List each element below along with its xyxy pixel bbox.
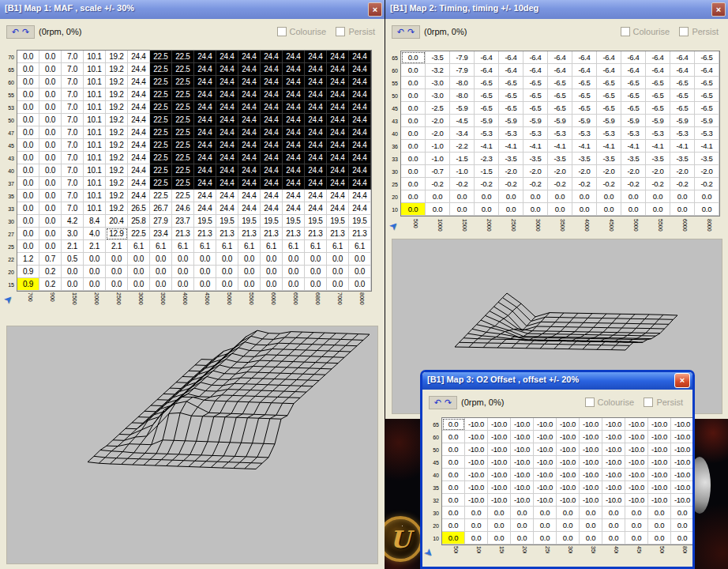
grid-cell[interactable]: 24.4 — [194, 76, 216, 89]
grid-cell[interactable]: 0.0 — [695, 203, 719, 216]
grid-cell[interactable]: 22.5 — [172, 164, 194, 177]
grid-cell[interactable]: -6.5 — [572, 102, 597, 115]
grid-cell[interactable]: 0.0 — [17, 215, 39, 228]
grid-cell[interactable]: 0.0 — [17, 228, 39, 240]
grid-cell[interactable]: 0.0 — [488, 519, 511, 532]
grid-cell[interactable]: 21.3 — [261, 228, 283, 240]
grid-cell[interactable]: 0.0 — [511, 519, 534, 532]
grid-cell[interactable]: -4.1 — [646, 140, 670, 153]
grid-cell[interactable]: 6.1 — [128, 240, 150, 253]
grid-cell[interactable]: -10.0 — [648, 456, 671, 469]
grid-cell[interactable]: 19.5 — [349, 215, 371, 228]
grid-cell[interactable]: 6.1 — [238, 240, 261, 253]
grid-cell[interactable]: 22.5 — [150, 126, 172, 139]
grid-cell[interactable]: -10.0 — [671, 456, 694, 469]
grid-cell[interactable]: 24.4 — [194, 126, 216, 139]
grid-cell[interactable]: 0.0 — [597, 190, 621, 203]
grid-cell[interactable]: -2.0 — [572, 165, 597, 178]
grid-cell[interactable]: 24.4 — [238, 76, 261, 89]
grid-cell[interactable]: -8.0 — [450, 77, 475, 89]
grid-cell[interactable]: -10.0 — [580, 431, 602, 443]
grid-cell[interactable]: -8.0 — [450, 89, 475, 102]
grid-cell[interactable]: 24.4 — [261, 164, 283, 177]
grid-cell[interactable]: -7.9 — [450, 51, 475, 64]
grid-cell[interactable]: -10.0 — [602, 443, 625, 456]
grid-cell[interactable]: 24.4 — [283, 89, 305, 101]
grid-cell[interactable]: 10.1 — [84, 202, 106, 215]
grid-cell[interactable]: -4.1 — [523, 140, 548, 153]
grid-cell[interactable]: -2.0 — [597, 165, 621, 178]
grid-cell[interactable]: -6.5 — [475, 102, 499, 115]
persist-checkbox[interactable]: Persist — [644, 398, 683, 407]
grid-cell[interactable]: -6.5 — [670, 77, 695, 89]
grid-cell[interactable]: 19.2 — [106, 76, 128, 89]
grid-cell[interactable]: 24.4 — [128, 164, 150, 177]
grid-cell[interactable]: 10.1 — [84, 152, 106, 164]
grid-cell[interactable]: 0.0 — [401, 77, 426, 89]
redo-icon[interactable]: ↷ — [445, 398, 452, 407]
grid-cell[interactable]: -10.0 — [511, 418, 534, 431]
grid-cell[interactable]: 21.3 — [349, 228, 371, 240]
grid-cell[interactable]: 21.3 — [216, 228, 238, 240]
grid-cell[interactable]: 0.0 — [401, 102, 426, 115]
grid-cell[interactable]: 0.0 — [557, 519, 580, 532]
grid-cell[interactable]: 0.0 — [17, 89, 39, 101]
grid-cell[interactable]: 22.5 — [172, 89, 194, 101]
grid-cell[interactable]: 0.0 — [557, 532, 580, 545]
grid-cell[interactable]: 24.4 — [128, 89, 150, 101]
grid-cell[interactable]: 24.4 — [327, 164, 349, 177]
grid-cell[interactable]: 6.1 — [194, 240, 216, 253]
grid-cell[interactable]: -10.0 — [465, 469, 488, 481]
grid-cell[interactable]: -6.4 — [499, 51, 523, 64]
grid-cell[interactable]: 24.4 — [128, 177, 150, 190]
grid-cell[interactable]: 0.0 — [450, 190, 475, 203]
grid-cell[interactable]: 24.4 — [305, 139, 327, 152]
grid-cell[interactable]: 24.4 — [216, 101, 238, 114]
grid-cell[interactable]: -1.5 — [475, 165, 499, 178]
grid-cell[interactable]: -0.2 — [426, 178, 450, 190]
grid-cell[interactable]: -10.0 — [557, 494, 580, 507]
grid-cell[interactable]: 21.3 — [283, 228, 305, 240]
grid-cell[interactable]: 0.0 — [327, 266, 349, 278]
close-button[interactable]: × — [674, 373, 690, 388]
checkbox-icon[interactable] — [679, 27, 689, 36]
grid-cell[interactable]: 19.5 — [261, 215, 283, 228]
grid-cell[interactable]: -10.0 — [671, 443, 694, 456]
grid-cell[interactable]: -6.5 — [475, 89, 499, 102]
grid-cell[interactable]: -5.9 — [450, 102, 475, 115]
grid-cell[interactable]: 19.2 — [106, 101, 128, 114]
grid-cell[interactable]: 24.4 — [305, 177, 327, 190]
grid-cell[interactable]: -10.0 — [488, 469, 511, 481]
grid-cell[interactable]: -5.3 — [572, 127, 597, 140]
grid-cell[interactable]: -6.5 — [695, 89, 719, 102]
grid-cell[interactable]: 4.0 — [84, 228, 106, 240]
persist-checkbox[interactable]: Persist — [336, 27, 375, 36]
grid-cell[interactable]: 19.2 — [106, 89, 128, 101]
grid-cell[interactable]: -6.4 — [548, 64, 572, 77]
grid-cell[interactable]: -10.0 — [465, 443, 488, 456]
grid-cell[interactable]: 0.0 — [511, 507, 534, 519]
grid-cell[interactable]: -0.7 — [426, 165, 450, 178]
grid-cell[interactable]: -2.0 — [426, 115, 450, 127]
grid-cell[interactable]: 24.4 — [238, 89, 261, 101]
grid-cell[interactable]: 24.4 — [194, 202, 216, 215]
grid-cell[interactable]: 0.0 — [648, 519, 671, 532]
grid-cell[interactable]: 24.4 — [305, 202, 327, 215]
grid-cell[interactable]: 0.0 — [39, 63, 62, 76]
grid-cell[interactable]: 10.1 — [84, 164, 106, 177]
checkbox-icon[interactable] — [277, 27, 287, 36]
grid-cell[interactable]: 19.2 — [106, 164, 128, 177]
grid-cell[interactable]: -6.5 — [499, 102, 523, 115]
grid-cell[interactable]: 0.0 — [572, 203, 597, 216]
grid-cell[interactable]: 7.0 — [62, 190, 84, 202]
grid-cell[interactable]: 22.5 — [150, 139, 172, 152]
grid-cell[interactable]: -6.5 — [621, 102, 646, 115]
grid-cell[interactable]: -6.4 — [523, 51, 548, 64]
grid-cell[interactable]: 0.0 — [401, 51, 426, 64]
grid-cell[interactable]: -10.0 — [557, 418, 580, 431]
grid-cell[interactable]: 22.5 — [150, 51, 172, 63]
grid-cell[interactable]: 19.2 — [106, 51, 128, 63]
grid-cell[interactable]: 19.2 — [106, 152, 128, 164]
grid-cell[interactable]: 19.5 — [305, 215, 327, 228]
grid-cell[interactable]: 22.5 — [150, 164, 172, 177]
